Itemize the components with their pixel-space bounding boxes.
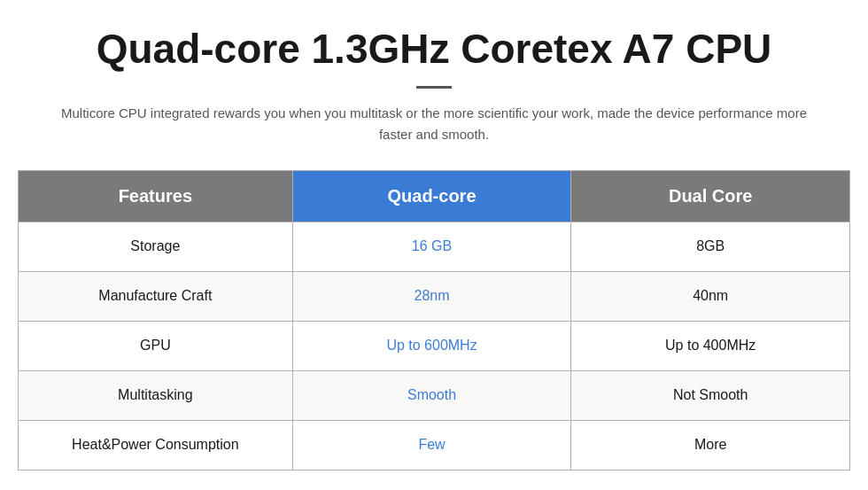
cell-quadcore: 28nm	[292, 271, 571, 321]
comparison-table: Features Quad-core Dual Core Storage16 G…	[18, 170, 850, 471]
cell-quadcore: 16 GB	[292, 222, 571, 271]
header-features: Features	[19, 170, 293, 222]
table-row: Storage16 GB8GB	[19, 222, 850, 271]
title-divider	[416, 86, 452, 89]
table-header-row: Features Quad-core Dual Core	[19, 170, 850, 222]
page-title: Quad-core 1.3GHz Coretex A7 CPU	[97, 27, 772, 72]
cell-feature: Storage	[19, 222, 293, 271]
table-row: GPUUp to 600MHzUp to 400MHz	[19, 321, 850, 370]
cell-dualcore: More	[571, 420, 850, 470]
cell-dualcore: 40nm	[571, 271, 850, 321]
cell-dualcore: 8GB	[571, 222, 850, 271]
page-subtitle: Multicore CPU integrated rewards you whe…	[53, 103, 815, 145]
header-dualcore: Dual Core	[571, 170, 850, 222]
cell-dualcore: Up to 400MHz	[571, 321, 850, 370]
cell-quadcore: Few	[292, 420, 571, 470]
cell-feature: Multitasking	[19, 370, 293, 420]
cell-quadcore: Smooth	[292, 370, 571, 420]
table-row: MultitaskingSmoothNot Smooth	[19, 370, 850, 420]
table-row: Manufacture Craft28nm40nm	[19, 271, 850, 321]
header-quadcore: Quad-core	[292, 170, 571, 222]
cell-quadcore: Up to 600MHz	[292, 321, 571, 370]
cell-feature: Manufacture Craft	[19, 271, 293, 321]
cell-dualcore: Not Smooth	[571, 370, 850, 420]
cell-feature: GPU	[19, 321, 293, 370]
table-row: Heat&Power ConsumptionFewMore	[19, 420, 850, 470]
cell-feature: Heat&Power Consumption	[19, 420, 293, 470]
